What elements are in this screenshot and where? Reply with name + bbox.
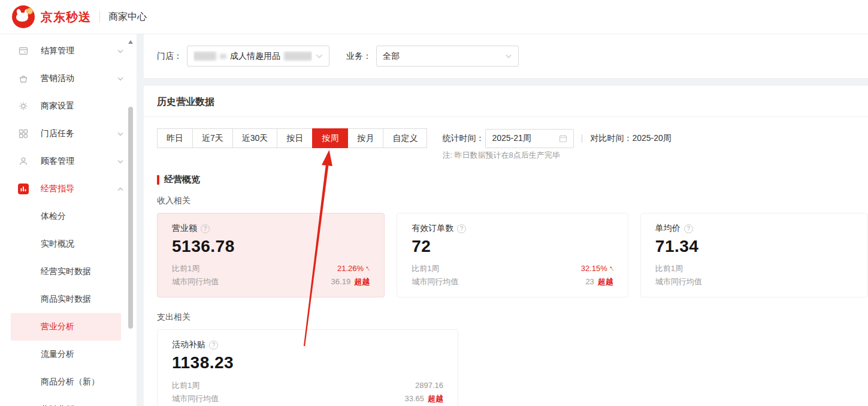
row-value: 23	[585, 277, 594, 286]
app-header: 京东秒送 商家中心	[0, 0, 868, 34]
sidebar-item-settlement[interactable]: 结算管理	[0, 37, 137, 65]
scrollbar-up-arrow[interactable]	[128, 40, 134, 46]
help-icon[interactable]: ?	[201, 224, 210, 233]
sidebar-item-business-guidance[interactable]: 经营指导	[0, 175, 137, 203]
filters-panel: 门店： 成人情趣用品 业务： 全部	[144, 34, 868, 78]
sidebar-subitem-realtime-business-data[interactable]: 经营实时数据	[0, 258, 137, 285]
row-value: 36.19	[331, 277, 351, 286]
sidebar-item-label: 门店任务	[41, 128, 117, 139]
help-icon[interactable]: ?	[684, 224, 693, 233]
header-divider	[99, 11, 100, 22]
history-data-panel: 历史营业数据 昨日 近7天 近30天 按日 按周 按月 自定义 统计时间： 20…	[144, 86, 868, 406]
sidebar-scrollbar-thumb[interactable]	[128, 107, 133, 329]
trend-up-icon: ↑	[362, 261, 373, 275]
chevron-up-icon	[117, 187, 123, 191]
brand-title: 京东秒送	[41, 9, 91, 25]
row-label: 城市同行均值	[172, 392, 219, 405]
sidebar-subitem-business-analysis[interactable]: 营业分析	[11, 313, 121, 341]
masked-text	[220, 54, 226, 59]
overview-title: 经营概览	[164, 174, 200, 185]
sidebar-subitem-realtime-product-data[interactable]: 商品实时数据	[0, 285, 137, 313]
surpass-badge: 超越	[598, 277, 613, 286]
masked-text	[193, 52, 216, 61]
metric-card-valid-orders: 有效订单数 ? 72 比前1周 32.15%↑ 城市同行均值 23超越	[397, 213, 628, 297]
expense-group-title: 支出相关	[157, 312, 855, 323]
sidebar-subitem-traffic-analysis[interactable]: 流量分析	[0, 341, 137, 368]
row-value: 33.65	[404, 394, 424, 403]
tab-last-7-days[interactable]: 近7天	[192, 128, 233, 148]
row-label: 比前1周	[172, 379, 199, 392]
portal-title: 商家中心	[108, 11, 147, 23]
sidebar-item-customers[interactable]: 顾客管理	[0, 148, 137, 175]
store-label: 门店：	[157, 51, 182, 62]
business-label: 业务：	[346, 51, 371, 62]
row-label: 城市同行均值	[412, 275, 458, 288]
chevron-down-icon	[505, 54, 512, 59]
store-select-value: 成人情趣用品	[230, 51, 280, 62]
chevron-down-icon	[117, 49, 123, 53]
business-select-value: 全部	[383, 51, 501, 62]
time-range-tabs: 昨日 近7天 近30天 按日 按周 按月 自定义	[157, 128, 427, 148]
sidebar-item-label: 经营指导	[41, 184, 117, 194]
sidebar-item-marketing[interactable]: 营销活动	[0, 65, 137, 92]
tab-last-30-days[interactable]: 近30天	[232, 128, 278, 148]
row-label: 比前1周	[412, 262, 439, 275]
section-marker	[157, 175, 159, 185]
business-guidance-icon	[18, 184, 29, 194]
tab-yesterday[interactable]: 昨日	[157, 128, 193, 148]
metric-card-activity-subsidy: 活动补贴 ? 1138.23 比前1周 2897.16 城市同行均值 33.65…	[157, 329, 458, 406]
sidebar-subitem-marketing-analysis[interactable]: 营销分析	[0, 396, 137, 406]
section-title: 历史营业数据	[144, 86, 868, 116]
card-title: 营业额	[172, 223, 197, 234]
jd-logo-icon	[12, 5, 35, 28]
card-value: 5136.78	[172, 237, 370, 256]
sidebar-subitem-health-score[interactable]: 体检分	[0, 203, 137, 230]
tab-by-week[interactable]: 按周	[312, 128, 348, 148]
card-title: 单均价	[655, 223, 681, 234]
surpass-badge: 超越	[428, 394, 443, 403]
sidebar-item-store-tasks[interactable]: 门店任务	[0, 120, 137, 148]
sidebar: 结算管理 营销活动 商家设置	[0, 34, 137, 406]
metric-card-revenue: 营业额 ? 5136.78 比前1周 21.26%↑ 城市同行均值 36.19超…	[157, 213, 385, 297]
chevron-down-icon	[117, 77, 123, 81]
expense-cards-row: 活动补贴 ? 1138.23 比前1周 2897.16 城市同行均值 33.65…	[157, 329, 855, 406]
sidebar-item-label: 顾客管理	[41, 156, 117, 167]
tab-custom[interactable]: 自定义	[383, 128, 427, 148]
tab-by-month[interactable]: 按月	[347, 128, 383, 148]
sidebar-subitem-realtime-overview[interactable]: 实时概况	[0, 230, 137, 258]
marketing-icon	[18, 73, 29, 84]
compare-time-label: 对比时间：	[590, 133, 632, 144]
sidebar-item-label: 结算管理	[41, 46, 117, 56]
surpass-badge: 超越	[354, 277, 370, 286]
compare-time-value: 2025-20周	[632, 133, 671, 144]
gear-icon	[18, 101, 29, 112]
settlement-icon	[18, 46, 29, 56]
help-icon[interactable]: ?	[457, 224, 466, 233]
chevron-down-icon	[117, 132, 123, 136]
chevron-down-icon	[117, 160, 123, 164]
card-title: 有效订单数	[412, 223, 453, 234]
help-icon[interactable]: ?	[209, 341, 218, 350]
row-value: 2897.16	[415, 379, 443, 392]
card-title: 活动补贴	[172, 339, 205, 350]
row-value: 21.26%	[337, 264, 364, 273]
grid-icon	[18, 128, 29, 139]
card-value: 72	[412, 237, 613, 256]
vertical-divider	[582, 134, 582, 143]
main-content: 门店： 成人情趣用品 业务： 全部	[144, 34, 868, 406]
tab-by-day[interactable]: 按日	[277, 128, 313, 148]
sidebar-item-label: 商家设置	[41, 101, 123, 112]
business-select[interactable]: 全部	[376, 46, 519, 67]
stat-time-label: 统计时间：	[442, 133, 484, 144]
card-value: 1138.23	[172, 353, 443, 372]
row-label: 比前1周	[172, 262, 199, 275]
row-value: 32.15%	[581, 264, 607, 273]
masked-text	[284, 52, 312, 61]
metric-card-avg-order-price: 单均价 ? 71.34 比前1周 城市同行均值	[640, 213, 868, 297]
stat-time-picker[interactable]: 2025-21周	[485, 129, 574, 148]
card-value: 71.34	[655, 237, 853, 256]
store-select[interactable]: 成人情趣用品	[187, 46, 329, 67]
chevron-down-icon	[316, 54, 323, 59]
sidebar-item-settings[interactable]: 商家设置	[0, 92, 137, 120]
sidebar-subitem-product-analysis[interactable]: 商品分析（新）	[0, 368, 137, 396]
